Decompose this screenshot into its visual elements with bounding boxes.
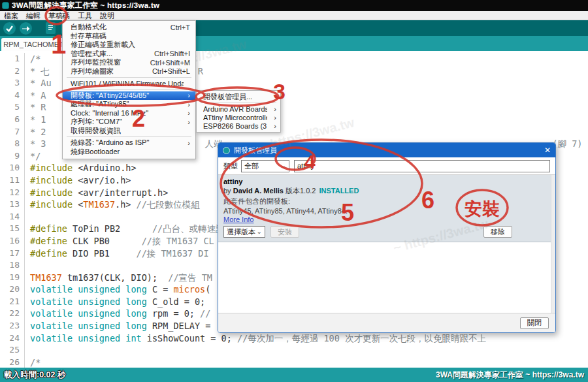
package-entry-attiny[interactable]: attiny by David A. Mellis 版本1.0.2INSTALL… [218,175,555,242]
search-input[interactable] [294,160,550,172]
tools-menu-item-label: WiFi101 / WiFiNINA Firmware Updater [71,80,184,88]
code-token: // [200,308,210,319]
tools-menu-item-board[interactable]: 開發板: "ATtiny25/45/85"› [63,91,195,101]
line-number: 2 [0,65,25,78]
line-code: * A [25,89,46,102]
boards-submenu-item[interactable]: Arduino AVR Boards› [197,104,280,113]
dialog-footer: 關閉 [218,313,555,332]
line-code [25,211,30,223]
boards-submenu-item[interactable]: ATtiny Microcontrollers› [197,113,280,121]
code-token: volatile unsigned int [30,333,142,343]
code-token: //接 TM1637 CL [142,236,214,246]
menubar-item-tools[interactable]: 工具 [74,11,96,20]
boards-submenu-item[interactable]: 開發板管理員... [197,93,280,101]
line-code: #define CLK PB0 //接 TM1637 CL [25,235,214,247]
line-number: 18 [0,259,25,272]
boards-submenu-item-label: ATtiny Microcontrollers [203,114,267,121]
status-bar: 載入時間:0.02 秒 3WA問題解決專家工作室 ~ https://3wa.t… [0,368,588,382]
code-token: <avr/interrupt.h> [78,187,168,198]
line-number: 21 [0,296,25,308]
tools-menu-item[interactable]: 燒錄器: "Arduino as ISP"› [63,138,195,148]
dialog-titlebar[interactable]: 開發板管理員 ✕ [218,143,555,157]
close-button[interactable]: 關閉 [520,317,549,329]
line-number: 12 [0,187,25,199]
line-number: 23 [0,320,25,332]
scrollbar[interactable] [551,175,555,313]
menu-separator [67,89,191,90]
menu-separator [201,103,276,103]
type-dropdown[interactable]: 全部 ⌄ [241,160,289,172]
code-token: <avr/io.h> [78,175,131,185]
tools-menu-item[interactable]: 處理器: "ATtiny85"› [63,100,195,109]
line-number: 7 [0,126,25,138]
window-title: 3WA問題解決專家工作室 ~ https://3wa.tw [12,1,159,10]
tools-menu-item[interactable]: 取得開發板資訊 [63,127,195,136]
upload-button[interactable] [19,22,33,35]
remove-button[interactable]: 移除 [483,226,512,238]
code-token: #include [30,175,78,185]
verify-button[interactable] [3,22,16,35]
tools-menu-item-shortcut: Ctrl+Shift+I [154,50,190,57]
menubar-item-file[interactable]: 檔案 [0,11,22,20]
tools-menu-item[interactable]: 序列埠監控視窗Ctrl+Shift+M [63,58,195,67]
more-info-link[interactable]: More Info [223,215,253,223]
close-icon[interactable]: ✕ [544,146,551,155]
install-button[interactable]: 安裝 [270,226,299,238]
editor-line: 24volatile unsigned int isShowCount = 0;… [0,332,588,345]
line-code: * 2 [25,126,46,138]
line-code: #include <Arduino.h> [25,162,137,174]
version-dropdown[interactable]: 選擇版本 ⌄ [223,226,265,238]
submenu-arrow-icon: › [188,91,190,99]
menubar-item-edit[interactable]: 編輯 [22,11,44,20]
line-code: */ [25,150,41,163]
tab-sketch[interactable]: RPM_TACHOMET [1,38,65,51]
new-sketch-button[interactable] [44,22,57,35]
boards-submenu-item[interactable]: ESP8266 Boards (3.1.2)› [197,121,280,130]
code-token: //接 TM1637 DI [137,248,209,259]
submenu-arrow-icon: › [188,101,190,108]
code-token: #include [30,187,78,198]
code-token: //七段數位模組 [137,199,200,210]
code-token: #include [30,163,78,173]
tools-menu-item-label: 處理器: "ATtiny85" [71,99,181,109]
tools-menu-item[interactable]: 管理程式庫...Ctrl+Shift+I [63,50,195,59]
type-label: 類型 [223,161,238,171]
tools-menu: 自動格式化Ctrl+T封存草稿碼修正編碼並重新載入管理程式庫...Ctrl+Sh… [62,20,196,159]
package-author-line: by David A. Mellis 版本1.0.2INSTALLED [223,186,546,196]
menu-separator [67,136,191,137]
tools-menu-item[interactable]: 燒錄Bootloader [63,148,195,157]
code-token: ToPin PB2 [73,223,152,234]
version-text: 版本1.0.2 [284,187,316,195]
code-token: * Au [30,78,52,88]
line-number: 13 [0,199,25,211]
tools-menu-item[interactable]: WiFi101 / WiFiNINA Firmware Updater [63,79,195,88]
tools-menu-item-shortcut: Ctrl+T [171,24,190,31]
line-number: 4 [0,89,25,102]
code-token: volatile unsigned long [30,308,147,319]
editor-line: 26/* [0,357,588,369]
package-actions: 選擇版本 ⌄ 安裝 移除 [223,226,546,238]
boards-label: 此套件包含的開發板: [223,197,546,206]
line-code: * 1 [25,114,46,126]
app-icon [2,2,9,9]
menubar-item-sketch[interactable]: 草稿碼 [44,11,74,20]
line-code: volatile unsigned int isShowCount = 0; /… [25,332,486,345]
tools-menu-item[interactable]: 自動格式化Ctrl+T [63,23,195,32]
tools-menu-item-label: Clock: "Internal 16 MHz" [71,109,181,117]
submenu-arrow-icon: › [274,114,276,121]
dialog-title: 開發板管理員 [234,146,277,155]
package-name: attiny [223,178,546,185]
dialog-filter-row: 類型 全部 ⌄ [218,157,555,174]
line-code: /* [25,53,41,65]
tools-menu-item[interactable]: 封存草稿碼 [63,32,195,41]
line-number: 25 [0,344,25,357]
package-list[interactable]: attiny by David A. Mellis 版本1.0.2INSTALL… [218,174,555,313]
tools-menu-item[interactable]: Clock: "Internal 16 MHz"› [63,109,195,118]
menubar-item-help[interactable]: 說明 [96,11,118,20]
code-token: TM1637 [83,199,115,210]
tools-menu-item[interactable]: 修正編碼並重新載入 [63,40,195,50]
code-token: DIO PB1 [73,248,137,259]
tools-menu-item[interactable]: 序列埠繪圖家Ctrl+Shift+L [63,67,195,76]
tools-menu-item[interactable]: 序列埠: "COM7"› [63,118,195,127]
line-code: * Au [25,77,52,89]
